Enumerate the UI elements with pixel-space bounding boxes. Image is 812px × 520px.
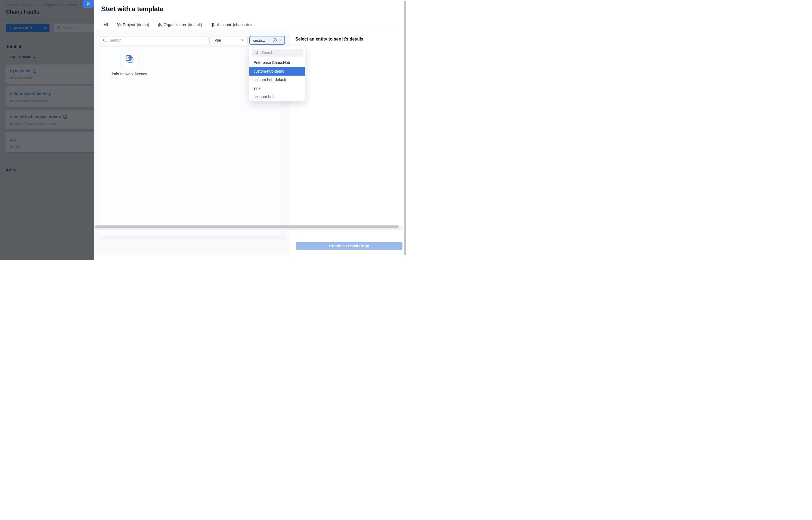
hub-option-custom-hub-demo[interactable]: custom-hub-demo [250, 67, 305, 76]
hub-dropdown-menu: Search Enterprise ChaosHub custom-hub-de… [249, 46, 305, 101]
start-with-template-modal: ✕ Start with a template All Project [dem… [94, 0, 406, 260]
hub-option-custom-hub-default[interactable]: custom-hub-default [250, 76, 305, 84]
horizontal-scrollbar-thumb[interactable] [95, 226, 399, 228]
clear-filter-icon[interactable] [272, 38, 277, 43]
search-placeholder: Search [261, 50, 273, 55]
modal-title: Start with a template [101, 5, 163, 13]
cube-icon [117, 23, 121, 27]
chaos-faults-page: Account: chaos-dev›Organization: default… [0, 0, 406, 260]
active-tab-indicator [101, 10, 112, 10]
search-icon [255, 50, 259, 55]
bottom-strip [94, 228, 403, 230]
chevron-down-icon [241, 39, 244, 41]
modal-footer-area [94, 255, 406, 260]
layers-icon [210, 23, 215, 27]
tab-label: Account [217, 23, 231, 27]
tab-scope: [default] [188, 23, 202, 27]
search-icon [103, 38, 107, 43]
grid-footer-scrollbar[interactable] [100, 235, 286, 238]
fault-template-icon [125, 54, 135, 64]
vertical-scrollbar-thumb[interactable] [404, 1, 406, 255]
tab-organization[interactable]: Organization [default] [158, 23, 202, 27]
tab-label: Organization [164, 23, 186, 27]
tab-project[interactable]: Project [demo] [117, 23, 149, 27]
tab-scope: [chaos-dev] [233, 23, 254, 27]
hub-dropdown-search-input[interactable]: Search [252, 49, 303, 57]
scope-tabbar: All Project [demo] Organization [default… [94, 20, 406, 30]
modal-backdrop[interactable] [0, 0, 94, 260]
tab-label: Project [123, 23, 135, 27]
tab-all[interactable]: All [104, 23, 108, 27]
tab-account[interactable]: Account [chaos-dev] [210, 23, 253, 27]
close-icon: ✕ [86, 1, 90, 6]
details-panel: Select an entity to see it's details Cre… [290, 30, 403, 255]
details-empty-text: Select an entity to see it's details [295, 37, 363, 42]
close-button[interactable]: ✕ [83, 0, 94, 8]
horizontal-scrollbar[interactable] [94, 225, 403, 228]
hub-option-list: Enterprise ChaosHub custom-hub-demo cust… [250, 58, 305, 101]
vertical-scrollbar[interactable] [403, 0, 406, 260]
type-filter-select[interactable]: Type [209, 36, 248, 44]
hub-option-sink[interactable]: sink [250, 84, 305, 93]
org-chart-icon [158, 23, 162, 27]
template-label: istio-network-latency [112, 71, 148, 77]
chevron-down-icon [279, 40, 282, 41]
tab-label: All [104, 23, 108, 27]
template-card-istio-network-latency[interactable]: istio-network-latency [112, 51, 148, 77]
tab-scope: [demo] [137, 23, 149, 27]
template-search-input[interactable]: Search [100, 36, 208, 44]
create-local-copy-button[interactable]: Create as Local Copy [296, 242, 402, 250]
hub-option-account-hub[interactable]: account-hub [250, 93, 305, 101]
hub-option-enterprise-chaoshub[interactable]: Enterprise ChaosHub [250, 58, 305, 67]
hub-filter-select[interactable]: custo... [250, 36, 285, 45]
template-tile[interactable] [121, 51, 138, 68]
search-placeholder: Search [110, 38, 122, 43]
type-filter-label: Type [213, 38, 221, 43]
hub-filter-value: custo... [253, 38, 270, 43]
